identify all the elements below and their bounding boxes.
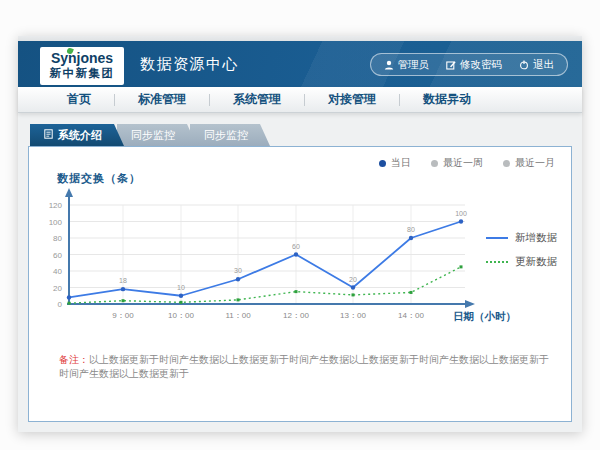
tab-sync-monitor-1[interactable]: 同步监控 <box>117 124 197 146</box>
footnote-text: 以上数据更新于时间产生数据以上数据更新于时间产生数据以上数据更新于时间产生数据以… <box>59 354 549 379</box>
current-user-button[interactable]: 管理员 <box>384 58 430 72</box>
period-label: 当日 <box>391 156 411 170</box>
svg-text:20: 20 <box>349 276 357 283</box>
page: Synjones 新中新集团 数据资源中心 管理员 修改密码 <box>0 0 600 450</box>
logout-button[interactable]: 退出 <box>519 58 554 72</box>
legend-label: 更新数据 <box>515 255 557 269</box>
footnote: 备注：以上数据更新于时间产生数据以上数据更新于时间产生数据以上数据更新于时间产生… <box>59 353 549 381</box>
radio-dot-icon <box>503 160 510 167</box>
green-dotted-swatch-icon <box>486 261 508 263</box>
svg-text:80: 80 <box>407 226 415 233</box>
svg-text:20: 20 <box>53 284 62 293</box>
svg-text:100: 100 <box>455 210 467 217</box>
period-label: 最近一月 <box>515 156 555 170</box>
main-nav: 首页 标准管理 系统管理 对接管理 数据异动 <box>18 87 582 113</box>
page-title: 数据资源中心 <box>140 55 239 74</box>
logout-label: 退出 <box>533 58 554 72</box>
svg-text:日期（小时）: 日期（小时） <box>453 310 516 323</box>
tab-sync-monitor-2[interactable]: 同步监控 <box>190 124 270 146</box>
svg-text:120: 120 <box>49 201 63 210</box>
y-axis-title: 数据交换（条） <box>57 171 141 186</box>
svg-text:100: 100 <box>49 218 63 227</box>
logo-secondary-text: 新中新集团 <box>40 66 124 81</box>
tab-label: 同步监控 <box>204 129 248 141</box>
radio-dot-icon <box>379 160 386 167</box>
svg-text:14：00: 14：00 <box>398 311 424 320</box>
nav-item-home[interactable]: 首页 <box>44 91 114 108</box>
nav-item-data-change[interactable]: 数据异动 <box>400 91 494 108</box>
svg-text:12：00: 12：00 <box>283 311 309 320</box>
nav-item-standard-mgmt[interactable]: 标准管理 <box>115 91 209 108</box>
svg-text:60: 60 <box>53 251 62 260</box>
period-selector: 当日 最近一周 最近一月 <box>379 156 555 170</box>
tab-system-intro[interactable]: 系统介绍 <box>30 124 124 146</box>
svg-text:11：00: 11：00 <box>225 311 251 320</box>
nav-item-system-mgmt[interactable]: 系统管理 <box>210 91 304 108</box>
legend-item-new-data: 新增数据 <box>486 231 557 245</box>
period-option-last-week[interactable]: 最近一周 <box>431 156 483 170</box>
chart-legend: 新增数据 更新数据 <box>486 231 557 279</box>
tab-bar: 系统介绍 同步监控 同步监控 <box>30 124 270 146</box>
svg-text:30: 30 <box>234 267 242 274</box>
app-window: Synjones 新中新集团 数据资源中心 管理员 修改密码 <box>18 36 582 432</box>
blue-line-swatch-icon <box>486 237 508 239</box>
nav-item-interface-mgmt[interactable]: 对接管理 <box>305 91 399 108</box>
chart-panel: 0204060801001209：0010：0011：0012：0013：001… <box>28 146 572 422</box>
svg-text:10: 10 <box>177 284 185 291</box>
legend-item-updated-data: 更新数据 <box>486 255 557 269</box>
change-password-button[interactable]: 修改密码 <box>446 58 502 72</box>
logo-primary-text: Synjones <box>40 50 124 66</box>
document-icon <box>44 124 53 146</box>
legend-label: 新增数据 <box>515 231 557 245</box>
svg-text:9：00: 9：00 <box>112 311 134 320</box>
current-user-label: 管理员 <box>398 58 430 72</box>
tab-label: 同步监控 <box>131 129 175 141</box>
app-header: Synjones 新中新集团 数据资源中心 管理员 修改密码 <box>18 41 582 87</box>
svg-text:80: 80 <box>53 234 62 243</box>
tab-label: 系统介绍 <box>58 124 102 146</box>
svg-text:10：00: 10：00 <box>168 311 194 320</box>
svg-text:18: 18 <box>119 277 127 284</box>
power-icon <box>519 60 529 70</box>
content-area: 系统介绍 同步监控 同步监控 0204060801001209：0010：001… <box>18 113 582 432</box>
svg-text:13：00: 13：00 <box>340 311 366 320</box>
period-label: 最近一周 <box>443 156 483 170</box>
company-logo: Synjones 新中新集团 <box>40 47 124 85</box>
svg-text:0: 0 <box>58 300 63 309</box>
period-option-today[interactable]: 当日 <box>379 156 411 170</box>
svg-text:60: 60 <box>292 243 300 250</box>
user-icon <box>384 60 394 70</box>
svg-text:40: 40 <box>53 267 62 276</box>
radio-dot-icon <box>431 160 438 167</box>
change-password-label: 修改密码 <box>460 58 502 72</box>
footnote-prefix: 备注： <box>59 354 89 365</box>
user-actions-pill: 管理员 修改密码 退出 <box>370 53 569 76</box>
period-option-last-month[interactable]: 最近一月 <box>503 156 555 170</box>
edit-icon <box>446 60 456 70</box>
